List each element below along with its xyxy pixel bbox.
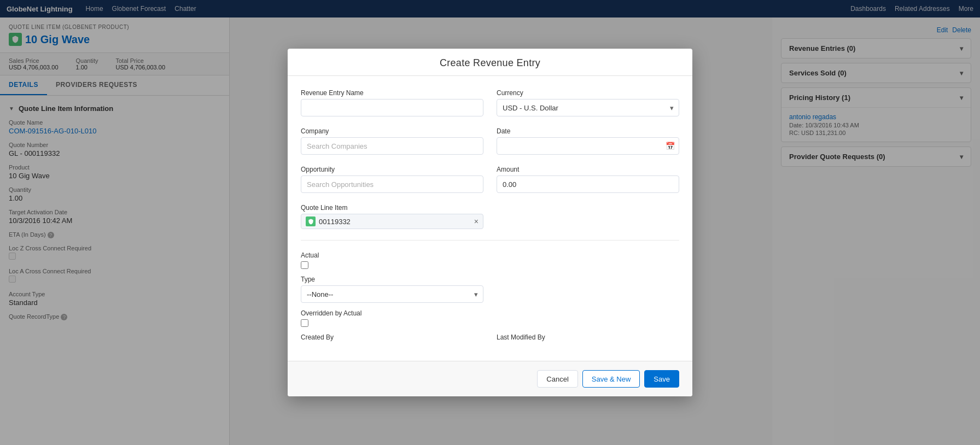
date-input[interactable] [497,137,679,155]
form-group-company: Company [301,127,483,155]
overridden-label: Overridden by Actual [301,309,679,317]
form-group-date: Date 📅 [497,127,679,155]
modal-footer: Cancel Save & New Save [288,361,692,396]
currency-label: Currency [497,89,679,97]
form-group-qli: Quote Line Item 00119332 × [301,204,483,229]
form-group-currency: Currency USD - U.S. Dollar EUR - Euro GB… [497,89,679,116]
modal-overlay: Create Revenue Entry Revenue Entry Name … [0,0,980,445]
last-modified-by-label: Last Modified By [497,333,679,341]
last-modified-by-group: Last Modified By [497,333,679,352]
currency-select-wrapper: USD - U.S. Dollar EUR - Euro GBP - Briti… [497,99,679,116]
company-label: Company [301,127,483,135]
form-group-revenue-entry-name: Revenue Entry Name [301,89,483,116]
company-input[interactable] [301,137,483,155]
modal-body: Revenue Entry Name Currency USD - U.S. D… [288,76,692,361]
created-by-value [301,341,483,352]
created-by-row: Created By Last Modified By [301,333,679,352]
save-button[interactable]: Save [644,370,679,388]
form-group-spacer [497,204,679,229]
form-row-1: Revenue Entry Name Currency USD - U.S. D… [301,89,679,116]
form-group-amount: Amount [497,166,679,193]
type-select-wrapper: --None-- New Renewal Expansion [301,285,483,303]
form-row-2: Company Date 📅 [301,127,679,155]
amount-label: Amount [497,166,679,173]
type-label: Type [301,276,483,283]
qli-tag: 00119332 × [301,214,483,229]
form-group-type: Type --None-- New Renewal Expansion [301,276,483,303]
revenue-entry-name-input[interactable] [301,99,483,116]
modal-header: Create Revenue Entry [288,49,692,76]
cancel-button[interactable]: Cancel [537,370,578,388]
qli-label: Quote Line Item [301,204,483,212]
form-group-actual: Actual [301,251,679,269]
opportunity-input[interactable] [301,175,483,193]
form-group-overridden: Overridden by Actual [301,309,679,327]
overridden-checkbox-wrapper [301,319,679,327]
qli-value: 00119332 [319,218,351,226]
form-row-overridden: Overridden by Actual [301,309,679,327]
qli-icon [306,216,316,226]
actual-checkbox-wrapper [301,261,679,269]
currency-select[interactable]: USD - U.S. Dollar EUR - Euro GBP - Briti… [497,99,679,116]
created-by-label: Created By [301,333,483,341]
actual-checkbox[interactable] [301,261,308,269]
form-row-actual: Actual [301,251,679,269]
type-select[interactable]: --None-- New Renewal Expansion [301,285,483,303]
opportunity-label: Opportunity [301,166,483,173]
form-group-opportunity: Opportunity [301,166,483,193]
actual-label: Actual [301,251,679,259]
qli-close-button[interactable]: × [474,218,479,225]
form-row-4: Quote Line Item 00119332 × [301,204,679,229]
form-row-3: Opportunity Amount [301,166,679,193]
modal: Create Revenue Entry Revenue Entry Name … [288,49,692,396]
created-by-group: Created By [301,333,483,352]
revenue-entry-name-label: Revenue Entry Name [301,89,483,97]
overridden-checkbox[interactable] [301,319,308,327]
modal-title: Create Revenue Entry [440,57,540,68]
form-row-type: Type --None-- New Renewal Expansion [301,276,679,303]
last-modified-by-value [497,341,679,352]
save-new-button[interactable]: Save & New [582,370,640,388]
date-input-wrapper: 📅 [497,137,679,155]
form-divider [301,240,679,241]
form-group-type-spacer [497,276,679,303]
amount-input[interactable] [497,175,679,193]
date-label: Date [497,127,679,135]
